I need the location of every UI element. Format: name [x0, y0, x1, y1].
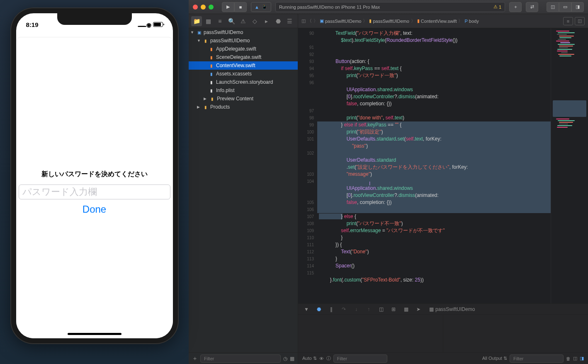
minimap[interactable]	[551, 28, 588, 303]
assets-icon: ▮	[209, 71, 214, 77]
nav-root[interactable]: ▼ ▣ passSwiftUIDemo	[189, 28, 298, 36]
debug-bottom-bar: Auto ⇅ 👁 ⓘ All Output ⇅ 🗑 ◫ ◨	[298, 352, 588, 364]
auto-selector[interactable]: Auto ⇅	[302, 356, 317, 361]
home-indicator	[68, 333, 121, 335]
project-icon: ▣	[320, 18, 324, 24]
step-into-icon[interactable]: ↓	[352, 306, 360, 312]
location-icon[interactable]: ➤	[414, 306, 423, 312]
recent-filter-icon[interactable]: ◷	[283, 356, 287, 362]
scheme-selector[interactable]: ▲ 📱	[251, 2, 271, 12]
test-navigator-tab[interactable]: ◇	[250, 16, 260, 26]
console-pane[interactable]	[443, 315, 588, 352]
nav-file-assets[interactable]: ▮ Assets.xcassets	[189, 70, 298, 78]
debug-area: ▼ ⬣ ‖ ↷ ↓ ↑ ◫ ⊞ ▦ ➤ ▦ passSwiftUIDemo	[298, 303, 588, 364]
add-button[interactable]: ＋	[509, 2, 522, 12]
warning-badge[interactable]: ⚠ 1	[493, 4, 501, 10]
app-icon: ▲	[255, 5, 259, 10]
editor-options-button[interactable]: ≡	[563, 17, 573, 25]
trash-icon[interactable]: 🗑	[566, 356, 571, 361]
source-control-tab[interactable]: ▦	[203, 16, 214, 26]
stop-button[interactable]: ■	[234, 2, 247, 12]
debug-navigator-tab[interactable]: ▸	[261, 16, 272, 26]
battery-icon	[153, 22, 163, 27]
minimize-window-button[interactable]	[201, 5, 206, 10]
swift-icon: ▮	[209, 54, 214, 60]
eye-icon[interactable]: 👁	[319, 356, 324, 361]
memory-graph-icon[interactable]: ⊞	[389, 306, 398, 312]
password-textfield[interactable]: パスワード入力欄	[19, 184, 170, 199]
environment-icon[interactable]: ▦	[402, 306, 410, 312]
disclosure-icon[interactable]: ▶	[197, 105, 201, 109]
variables-pane[interactable]	[298, 315, 443, 352]
code-content[interactable]: TextField("パスワード入力欄", text: $text).textF…	[317, 28, 551, 303]
nav-preview[interactable]: ▶ ▮ Preview Content	[189, 95, 298, 103]
nav-file-scenedelegate[interactable]: ▮ SceneDelegate.swift	[189, 53, 298, 61]
add-file-button[interactable]: ＋	[192, 355, 198, 362]
jump-symbol[interactable]: Pbody	[464, 19, 479, 24]
swift-icon: ▮	[209, 63, 214, 68]
breakpoint-navigator-tab[interactable]: ⬣	[273, 16, 284, 26]
nav-file-infoplist[interactable]: ▮ Info.plist	[189, 86, 298, 95]
forward-button[interactable]: 〉	[313, 18, 318, 24]
project-navigator-tab[interactable]: 📁	[191, 16, 202, 26]
titlebar: ▶ ■ ▲ 📱 Running passSwiftUIDemo on iPhon…	[189, 0, 588, 14]
jump-bar: ◫ 〈 〉 ▣passSwiftUIDemo 〉 ▮passSwiftUIDem…	[298, 14, 588, 28]
done-button[interactable]: Done	[16, 204, 173, 215]
disclosure-icon[interactable]: ▼	[197, 39, 201, 43]
debug-target[interactable]: ▦ passSwiftUIDemo	[429, 306, 475, 312]
target-icon: 📱	[262, 4, 267, 10]
add-editor-button[interactable]: ◫	[575, 17, 585, 25]
storyboard-icon: ▮	[209, 79, 214, 85]
continue-icon[interactable]: ‖	[327, 306, 335, 312]
toggle-debug-button[interactable]: ▭	[559, 2, 571, 12]
iphone-screen: 8:19 新しいパスワードを決めてください パスワード入力欄 Done	[16, 13, 173, 338]
view-debug-icon[interactable]: ◫	[377, 306, 385, 312]
activity-view: Running passSwiftUIDemo on iPhone 11 Pro…	[275, 2, 505, 12]
nav-file-contentview[interactable]: ▮ ContentView.swift	[189, 61, 298, 70]
related-items-icon[interactable]: ◫	[301, 18, 306, 24]
disclosure-icon[interactable]: ▼	[190, 30, 194, 34]
issue-navigator-tab[interactable]: ⚠	[238, 16, 248, 26]
scm-filter-icon[interactable]: ▦	[290, 356, 294, 362]
nav-group[interactable]: ▼ ▮ passSwiftUIDemo	[189, 36, 298, 45]
disclosure-icon[interactable]: ▶	[204, 97, 208, 101]
jump-project[interactable]: ▣passSwiftUIDemo	[320, 18, 361, 24]
symbol-navigator-tab[interactable]: ≡	[214, 16, 225, 26]
project-navigator[interactable]: ▼ ▣ passSwiftUIDemo ▼ ▮ passSwiftUIDemo …	[189, 28, 298, 364]
traffic-lights	[193, 5, 214, 10]
textfield-placeholder: パスワード入力欄	[22, 186, 97, 198]
nav-products[interactable]: ▶ ▮ Products	[189, 103, 298, 111]
split-left-icon[interactable]: ◫	[573, 356, 577, 361]
jump-folder[interactable]: ▮passSwiftUIDemo	[369, 18, 409, 24]
plist-icon: ▮	[209, 87, 214, 93]
nav-file-appdelegate[interactable]: ▮ AppDelegate.swift	[189, 45, 298, 53]
info-icon[interactable]: ⓘ	[326, 355, 331, 362]
find-navigator-tab[interactable]: 🔍	[226, 16, 237, 26]
navigator-bottom-bar: ＋ ◷ ▦	[189, 352, 298, 364]
close-window-button[interactable]	[193, 5, 198, 10]
variables-filter-input[interactable]	[333, 354, 387, 363]
jump-file[interactable]: ▮ContentView.swift	[417, 18, 457, 24]
breakpoint-toggle-icon[interactable]: ⬣	[315, 306, 323, 312]
hide-debug-icon[interactable]: ▼	[302, 306, 311, 312]
back-button[interactable]: 〈	[307, 18, 312, 24]
navigator-filter-input[interactable]	[200, 354, 281, 363]
run-button[interactable]: ▶	[222, 2, 234, 12]
step-out-icon[interactable]: ↑	[364, 306, 373, 312]
project-icon: ▣	[196, 29, 202, 35]
code-review-button[interactable]: ⇄	[526, 2, 538, 12]
toggle-navigator-button[interactable]: ◫	[547, 2, 559, 12]
toggle-inspectors-button[interactable]: ◨	[571, 2, 584, 12]
navigator-tabs: 📁 ▦ ≡ 🔍 ⚠ ◇ ▸ ⬣ ☰	[189, 14, 298, 28]
split-right-icon[interactable]: ◨	[580, 356, 584, 361]
app-icon: ▦	[429, 306, 434, 312]
console-filter-input[interactable]	[510, 354, 564, 363]
status-time: 8:19	[26, 21, 39, 28]
report-navigator-tab[interactable]: ☰	[284, 16, 295, 26]
all-output-selector[interactable]: All Output ⇅	[482, 356, 507, 361]
step-over-icon[interactable]: ↷	[340, 306, 348, 312]
nav-file-launchscreen[interactable]: ▮ LaunchScreen.storyboard	[189, 78, 298, 86]
debug-toolbar: ▼ ⬣ ‖ ↷ ↓ ↑ ◫ ⊞ ▦ ➤ ▦ passSwiftUIDemo	[298, 304, 588, 315]
zoom-window-button[interactable]	[209, 5, 214, 10]
code-editor[interactable]: 90 919293949596 979899100101 102 103104 …	[298, 28, 588, 303]
